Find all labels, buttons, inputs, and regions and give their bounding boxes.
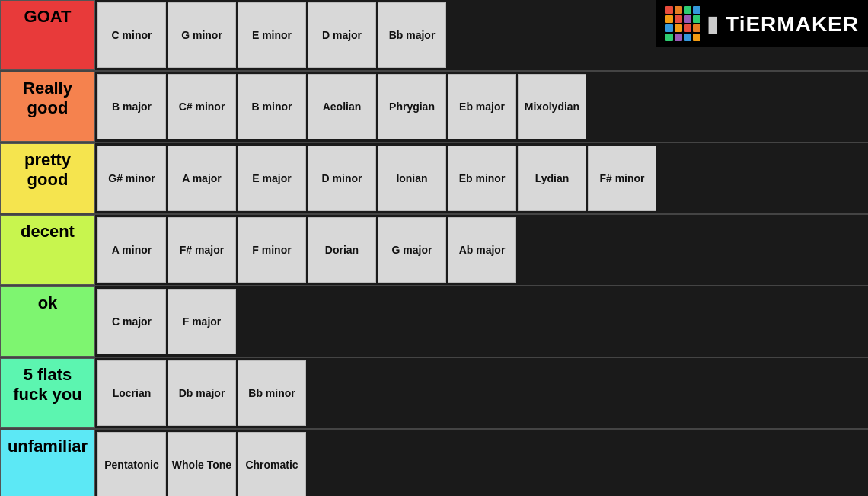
logo-dot bbox=[675, 15, 682, 23]
logo-dot bbox=[693, 24, 700, 32]
tier-item[interactable]: G# minor bbox=[97, 146, 166, 211]
tier-item[interactable]: Ionian bbox=[378, 146, 446, 211]
tier-item[interactable]: D major bbox=[308, 2, 376, 68]
tier-item[interactable]: Chromatic bbox=[238, 432, 306, 496]
tier-item[interactable]: Bb major bbox=[378, 2, 446, 68]
tier-item[interactable]: E major bbox=[238, 146, 306, 211]
tier-items-unfamiliar: PentatonicWhole ToneChromatic bbox=[95, 430, 868, 496]
logo-dot bbox=[684, 24, 691, 32]
tier-items-pretty-good: G# minorA majorE majorD minorIonianEb mi… bbox=[95, 143, 868, 213]
tier-label-pretty-good: pretty good bbox=[0, 143, 95, 213]
tier-label-5flats: 5 flats fuck you bbox=[0, 358, 95, 428]
tier-row-5flats: 5 flats fuck youLocrianDb majorBb minor bbox=[0, 358, 868, 430]
tier-items-really-good: B majorC# minorB minorAeolianPhrygianEb … bbox=[95, 72, 868, 142]
tier-item[interactable]: Aeolian bbox=[308, 74, 376, 139]
tier-items-ok: C majorF major bbox=[95, 286, 868, 357]
tier-label-goat: GOAT bbox=[0, 0, 95, 70]
tier-item[interactable]: C# minor bbox=[168, 74, 236, 139]
tier-item[interactable]: C minor bbox=[97, 2, 166, 68]
tier-item[interactable]: Bb minor bbox=[238, 360, 306, 426]
tier-item[interactable]: Phrygian bbox=[378, 74, 446, 139]
tier-item[interactable]: Dorian bbox=[308, 217, 376, 283]
tier-row-ok: okC majorF major bbox=[0, 286, 868, 358]
logo-dot bbox=[684, 6, 691, 14]
tier-item[interactable]: E minor bbox=[238, 2, 306, 68]
logo-dot bbox=[665, 24, 673, 32]
tier-item[interactable]: F minor bbox=[238, 217, 306, 283]
tier-items-5flats: LocrianDb majorBb minor bbox=[95, 358, 868, 428]
tier-item[interactable]: Ab major bbox=[448, 217, 516, 283]
tier-item[interactable]: Whole Tone bbox=[168, 432, 236, 496]
tier-item[interactable]: Db major bbox=[168, 360, 236, 426]
logo-text: ▮ TiERMAKER bbox=[707, 11, 859, 37]
tier-label-unfamiliar: unfamiliar bbox=[0, 430, 95, 496]
tier-row-decent: decentA minorF# majorF minorDorianG majo… bbox=[0, 215, 868, 286]
tier-item[interactable]: A minor bbox=[97, 217, 166, 283]
logo-dot bbox=[675, 6, 682, 14]
tier-row-pretty-good: pretty goodG# minorA majorE majorD minor… bbox=[0, 143, 868, 215]
tier-item[interactable]: Eb minor bbox=[448, 146, 516, 211]
tier-item[interactable]: C major bbox=[97, 289, 166, 354]
tier-label-decent: decent bbox=[0, 215, 95, 285]
tier-item[interactable]: Lydian bbox=[518, 146, 586, 211]
logo-dot bbox=[693, 6, 700, 14]
logo-dot bbox=[665, 15, 673, 23]
tier-item[interactable]: D minor bbox=[308, 146, 376, 211]
tier-item[interactable]: Locrian bbox=[97, 360, 166, 426]
logo-dot bbox=[665, 6, 673, 14]
logo-dot bbox=[693, 15, 700, 23]
logo-grid bbox=[665, 6, 700, 41]
tier-item[interactable]: F major bbox=[168, 289, 236, 354]
logo-dot bbox=[684, 15, 691, 23]
logo-dot bbox=[693, 34, 700, 41]
logo-area: ▮ TiERMAKER bbox=[656, 0, 868, 47]
tier-item[interactable]: Eb major bbox=[448, 74, 516, 139]
logo-dot bbox=[665, 34, 673, 41]
tier-item[interactable]: Pentatonic bbox=[97, 432, 166, 496]
tier-row-unfamiliar: unfamiliarPentatonicWhole ToneChromatic bbox=[0, 430, 868, 496]
tier-label-ok: ok bbox=[0, 286, 95, 357]
tier-item[interactable]: F# minor bbox=[588, 146, 656, 211]
tier-item[interactable]: F# major bbox=[168, 217, 236, 283]
tier-row-really-good: Really goodB majorC# minorB minorAeolian… bbox=[0, 72, 868, 143]
tier-item[interactable]: A major bbox=[168, 146, 236, 211]
logo-dot bbox=[684, 34, 691, 41]
logo-dot bbox=[675, 24, 682, 32]
tier-item[interactable]: G major bbox=[378, 217, 446, 283]
tier-item[interactable]: B minor bbox=[238, 74, 306, 139]
tier-item[interactable]: G minor bbox=[168, 2, 236, 68]
tier-item[interactable]: B major bbox=[97, 74, 166, 139]
tier-items-decent: A minorF# majorF minorDorianG majorAb ma… bbox=[95, 215, 868, 285]
tier-label-really-good: Really good bbox=[0, 72, 95, 142]
tier-item[interactable]: Mixolydian bbox=[518, 74, 586, 139]
logo-dot bbox=[675, 34, 682, 41]
